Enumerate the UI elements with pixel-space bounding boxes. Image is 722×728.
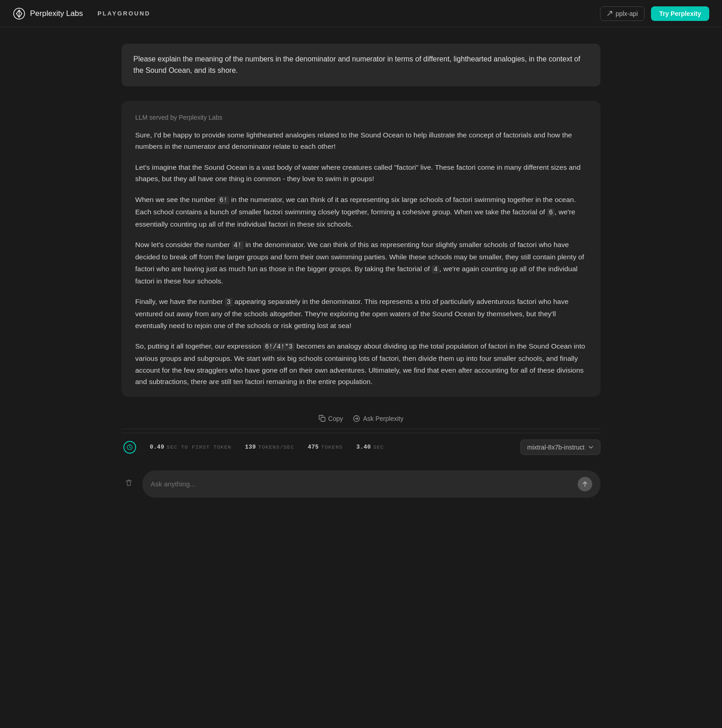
user-message-box: Please explain the meaning of the number… (122, 44, 600, 86)
tokens-value: 475 (308, 444, 319, 450)
external-link-icon (607, 10, 613, 16)
clock-icon (127, 444, 133, 450)
response-box: LLM served by Perplexity Labs Sure, I'd … (122, 101, 600, 397)
trash-icon (124, 478, 133, 487)
svg-rect-2 (321, 417, 325, 421)
logo-area: Perplexity Labs (13, 7, 83, 20)
header-left: Perplexity Labs PLAYGROUND (13, 7, 151, 20)
response-paragraph-3: When we see the number 6! in the numerat… (135, 194, 587, 230)
first-token-stat: 0.49 SEC TO FIRST TOKEN (150, 444, 231, 450)
response-paragraph-5: Finally, we have the number 3 appearing … (135, 296, 587, 331)
stats-icon (123, 441, 136, 454)
trash-button[interactable] (122, 475, 136, 492)
pplx-api-button[interactable]: pplx-api (600, 6, 645, 21)
try-perplexity-button[interactable]: Try Perplexity (651, 6, 709, 21)
divider (122, 429, 600, 429)
input-area (122, 461, 600, 511)
sec-value: 3.40 (356, 444, 371, 450)
tokens-sec-stat: 139 TOKENS/SEC (245, 444, 294, 450)
stats-bar: 0.49 SEC TO FIRST TOKEN 139 TOKENS/SEC 4… (122, 433, 600, 461)
ask-perplexity-label: Ask Perplexity (363, 415, 403, 422)
response-paragraph-1: Sure, I'd be happy to provide some light… (135, 129, 587, 152)
send-arrow-icon (582, 481, 588, 487)
ask-perplexity-icon (353, 415, 360, 422)
chevron-down-icon (588, 445, 594, 450)
tokens-sec-value: 139 (245, 444, 256, 450)
header-right: pplx-api Try Perplexity (600, 6, 709, 21)
response-paragraph-4: Now let's consider the number 4! in the … (135, 239, 587, 287)
first-token-label: SEC TO FIRST TOKEN (167, 444, 231, 450)
send-button[interactable] (578, 477, 592, 491)
logo-text: Perplexity Labs (30, 9, 83, 18)
response-paragraph-6: So, putting it all together, our express… (135, 340, 587, 388)
response-paragraph-2: Let's imagine that the Sound Ocean is a … (135, 162, 587, 185)
playground-label: PLAYGROUND (97, 10, 150, 17)
copy-label: Copy (328, 415, 343, 422)
main-content: Please explain the meaning of the number… (111, 27, 611, 728)
sec-label: SEC (373, 444, 384, 450)
model-name: mixtral-8x7b-instruct (527, 444, 585, 451)
copy-icon (319, 415, 325, 422)
tokens-label: TOKENS (321, 444, 342, 450)
chat-input[interactable] (151, 480, 572, 488)
pplx-api-label: pplx-api (615, 10, 638, 17)
response-body: Sure, I'd be happy to provide some light… (135, 129, 587, 388)
model-selector[interactable]: mixtral-8x7b-instruct (520, 440, 600, 455)
ask-perplexity-button[interactable]: Ask Perplexity (353, 413, 403, 424)
user-message-text: Please explain the meaning of the number… (133, 54, 589, 76)
perplexity-logo-icon (13, 7, 25, 20)
tokens-sec-label: TOKENS/SEC (258, 444, 294, 450)
sec-stat: 3.40 SEC (356, 444, 384, 450)
response-footer: Copy Ask Perplexity (305, 406, 417, 429)
response-header: LLM served by Perplexity Labs (135, 114, 587, 121)
copy-button[interactable]: Copy (319, 413, 343, 424)
input-wrapper (142, 470, 600, 498)
header: Perplexity Labs PLAYGROUND pplx-api Try … (0, 0, 722, 27)
tokens-stat: 475 TOKENS (308, 444, 342, 450)
first-token-value: 0.49 (150, 444, 164, 450)
